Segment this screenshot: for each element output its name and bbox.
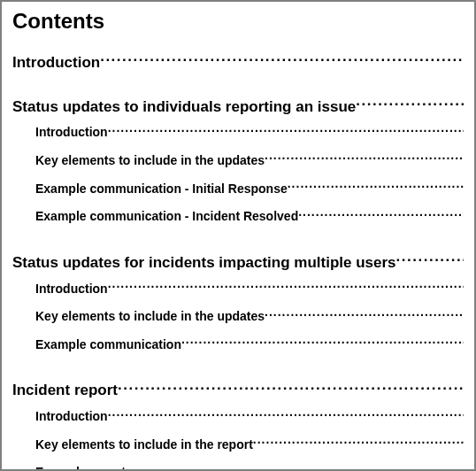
toc-entry-label: Incident report xyxy=(12,380,118,401)
toc-leader-dots xyxy=(396,252,464,267)
toc-entry[interactable]: Status updates to individuals reporting … xyxy=(12,97,464,118)
toc-entry[interactable]: Key elements to include in the updates xyxy=(12,152,464,170)
toc-entry-label: Status updates to individuals reporting … xyxy=(12,97,356,118)
toc-leader-dots xyxy=(356,97,464,112)
toc-leader-dots xyxy=(288,181,464,193)
toc-entry[interactable]: Introduction xyxy=(12,281,464,298)
toc-leader-dots xyxy=(181,336,464,349)
toc-leader-dots xyxy=(100,52,464,67)
toc-entry-label: Example communication - Initial Response xyxy=(35,181,288,198)
toc-entry[interactable]: Example communication - Incident Resolve… xyxy=(12,208,464,226)
toc-entry[interactable]: Example communication - Initial Response xyxy=(12,181,464,198)
toc-entry-label: Status updates for incidents impacting m… xyxy=(12,252,396,274)
toc-entry[interactable]: Introduction xyxy=(12,52,464,73)
toc-leader-dots xyxy=(108,408,464,421)
toc-entry[interactable]: Introduction xyxy=(12,408,464,426)
toc-entry-label: Introduction xyxy=(12,52,100,73)
toc-entry-label: Introduction xyxy=(35,124,108,142)
toc-entry[interactable]: Example communication xyxy=(12,336,464,354)
toc-entry[interactable]: Key elements to include in the updates xyxy=(12,308,464,326)
toc-entry-label: Example communication - Incident Resolve… xyxy=(35,208,298,226)
toc-entry-label: Key elements to include in the updates xyxy=(35,308,265,326)
toc-leader-dots xyxy=(265,308,464,320)
toc-entry[interactable]: Introduction xyxy=(12,124,464,142)
toc-entry[interactable]: Status updates for incidents impacting m… xyxy=(12,252,464,274)
document-page: Contents IntroductionStatus updates to i… xyxy=(0,0,476,471)
toc-leader-dots xyxy=(253,436,464,449)
toc-entry-label: Example communication xyxy=(35,336,181,354)
toc-list: IntroductionStatus updates to individual… xyxy=(12,52,464,471)
toc-entry-label: Key elements to include in the report xyxy=(35,436,253,454)
toc-leader-dots xyxy=(265,152,464,165)
contents-title: Contents xyxy=(12,9,464,35)
toc-entry[interactable]: Key elements to include in the report xyxy=(12,436,464,454)
toc-entry-label: Key elements to include in the updates xyxy=(35,152,265,170)
toc-entry[interactable]: Incident report xyxy=(12,380,464,401)
toc-leader-dots xyxy=(108,124,464,136)
toc-entry[interactable]: Example report xyxy=(12,464,464,471)
toc-leader-dots xyxy=(126,464,464,471)
toc-leader-dots xyxy=(298,208,464,220)
toc-leader-dots xyxy=(108,281,464,293)
toc-leader-dots xyxy=(118,380,464,395)
toc-entry-label: Introduction xyxy=(35,281,108,298)
toc-entry-label: Example report xyxy=(35,464,126,471)
toc-entry-label: Introduction xyxy=(35,408,108,426)
